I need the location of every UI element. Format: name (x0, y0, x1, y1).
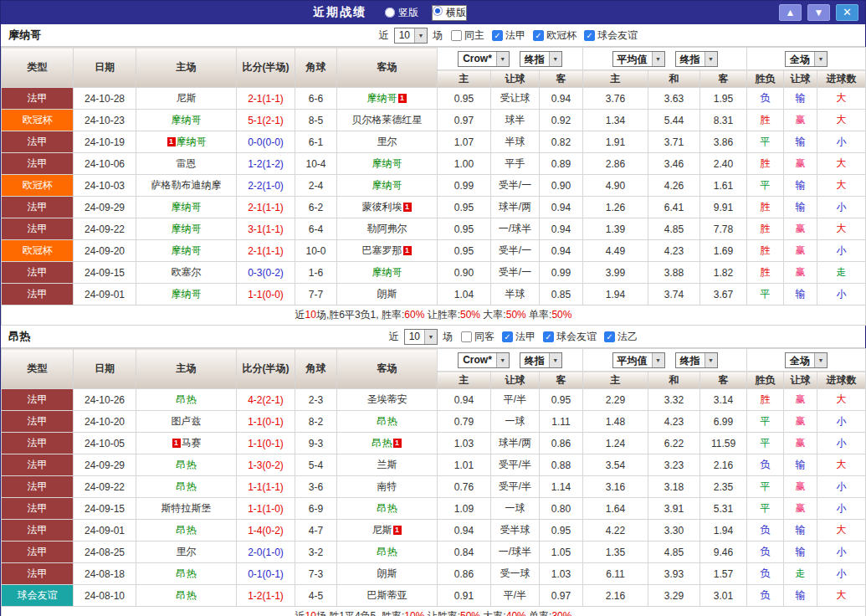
checkbox-icon[interactable]: ✓ (543, 331, 554, 342)
red-card-icon: 1 (403, 203, 412, 212)
euro-draw-odds: 4.85 (648, 542, 700, 563)
team-name: 摩纳哥 (177, 136, 207, 147)
scope-select[interactable]: 全场▼ (785, 352, 828, 368)
scroll-down-button[interactable]: ▼ (807, 4, 830, 21)
summary-text: 近10场,胜1平4负5, 胜率:10% 让胜率:50% 大率:40% 单率:30… (2, 607, 866, 616)
match-date: 24-08-10 (74, 585, 136, 607)
home-team: 摩纳哥 (136, 284, 237, 305)
scope-controls: 全场▼ (747, 349, 866, 372)
checkbox-icon[interactable] (461, 331, 472, 342)
euro-average-select[interactable]: 平均值▼ (612, 51, 665, 67)
result-outcome: 胜 (747, 110, 784, 131)
home-team: 昂热 (136, 520, 237, 542)
close-button[interactable]: ✕ (836, 4, 858, 21)
handicap-outcome: 赢 (784, 262, 817, 284)
bookmaker-select[interactable]: Crow*▼ (458, 352, 510, 368)
handicap-outcome: 输 (784, 520, 817, 542)
checkbox-label: 同客 (474, 330, 494, 344)
results-body: 法甲24-10-28尼斯2-1(1-1)6-6摩纳哥10.95受让球0.943.… (2, 88, 866, 305)
asia-away-odds: 0.86 (540, 433, 583, 454)
score: 5-1(2-1) (237, 110, 295, 131)
checkbox-icon[interactable]: ✓ (502, 331, 513, 342)
scope-select[interactable]: 全场▼ (785, 51, 828, 67)
match-count-select[interactable]: 10 ▼ (394, 28, 428, 44)
euro-index-select[interactable]: 终指▼ (675, 352, 718, 368)
asia-handicap: 半球 (491, 131, 540, 153)
team-name: 贝尔格莱德红星 (352, 114, 423, 126)
league-type: 球会友谊 (2, 585, 74, 607)
bookmaker-select[interactable]: Crow*▼ (458, 51, 510, 67)
euro-average-select[interactable]: 平均值▼ (612, 352, 665, 368)
filter-checkbox[interactable]: ✓球会友谊 (543, 330, 597, 344)
asia-home-odds: 1.09 (438, 498, 491, 520)
filter-checkbox[interactable]: ✓法乙 (604, 330, 638, 344)
col-header-home: 主场 (136, 349, 237, 389)
euro-home-odds: 1.39 (583, 218, 648, 240)
home-team: 雷恩 (136, 153, 237, 175)
handicap-outcome: 赢 (784, 498, 817, 520)
asia-away-odds: 0.88 (540, 454, 583, 476)
col-header-date: 日期 (74, 48, 136, 88)
euro-away-odds: 8.31 (700, 110, 747, 131)
filter-checkbox[interactable]: ✓球会友谊 (584, 28, 638, 43)
home-team: 尼斯 (136, 88, 237, 110)
result-outcome: 平 (747, 498, 784, 520)
filter-checkbox[interactable]: ✓法甲 (502, 330, 535, 344)
asia-handicap: 平/半 (491, 389, 540, 411)
filter-checkboxes: 同主✓法甲✓欧冠杯✓球会友谊 (451, 28, 638, 43)
checkbox-icon[interactable]: ✓ (604, 331, 615, 342)
chevron-down-icon: ▼ (814, 353, 827, 367)
filter-checkbox[interactable]: ✓法甲 (492, 28, 525, 43)
away-team: 昂热 (337, 542, 438, 563)
euro-home-odds: 2.86 (583, 153, 648, 175)
summary-segment: 50% (460, 309, 480, 321)
checkbox-icon[interactable]: ✓ (584, 30, 595, 41)
asia-home-odds: 1.00 (438, 153, 491, 175)
team-name: 昂热 (177, 480, 197, 492)
score: 1-1(0-1) (237, 433, 295, 454)
asia-home-odds: 0.97 (438, 110, 491, 131)
asia-away-odds: 0.97 (540, 585, 583, 607)
euro-draw-odds: 5.44 (648, 110, 700, 131)
match-date: 24-10-06 (74, 153, 136, 175)
checkbox-icon[interactable]: ✓ (492, 30, 503, 41)
away-team: 圣埃蒂安 (337, 389, 438, 411)
corners: 3-2 (295, 542, 337, 563)
checkbox-icon[interactable]: ✓ (533, 30, 544, 41)
match-count-select[interactable]: 10 ▼ (404, 329, 438, 345)
filter-checkbox[interactable]: 同客 (461, 330, 494, 344)
radio-icon (385, 8, 395, 18)
league-type: 法甲 (2, 88, 74, 110)
checkbox-icon[interactable] (451, 30, 462, 41)
layout-radio[interactable]: 横版 (432, 5, 467, 21)
home-team: 图卢兹 (136, 411, 237, 433)
euro-home-odds: 4.22 (583, 520, 648, 542)
asia-home-odds: 0.95 (438, 218, 491, 240)
euro-home-odds: 3.99 (583, 262, 648, 284)
handicap-outcome: 输 (784, 284, 817, 305)
match-date: 24-08-25 (74, 542, 136, 563)
results-body: 法甲24-10-26昂热4-2(2-1)2-3圣埃蒂安0.94平/半0.952.… (2, 389, 866, 607)
league-type: 法甲 (2, 454, 74, 476)
filter-checkbox[interactable]: 同主 (451, 28, 484, 43)
team-name: 摩纳哥 (172, 114, 202, 126)
team-name: 昂热 (372, 437, 392, 449)
match-row: 法甲24-09-15欧塞尔0-3(0-2)1-6摩纳哥0.90受半/一0.993… (2, 262, 866, 284)
asia-index-select[interactable]: 终指▼ (520, 51, 562, 67)
asia-index-select[interactable]: 终指▼ (520, 352, 562, 368)
match-row: 法甲24-08-18昂热0-1(0-1)7-3朗斯0.86受一球1.036.11… (2, 563, 866, 585)
chevron-down-icon: ▼ (424, 330, 437, 344)
radio-label: 横版 (446, 6, 466, 20)
handicap-outcome: 走 (784, 563, 817, 585)
scroll-up-button[interactable]: ▲ (779, 4, 802, 21)
asia-home-odds: 0.91 (438, 585, 491, 607)
euro-index-select[interactable]: 终指▼ (675, 51, 718, 67)
euro-away-odds: 1.69 (700, 240, 747, 262)
team-name: 摩纳哥 (172, 244, 202, 256)
league-type: 法甲 (2, 389, 74, 411)
asia-away-odds: 1.11 (540, 411, 583, 433)
layout-radio[interactable]: 竖版 (385, 5, 418, 21)
filter-checkbox[interactable]: ✓欧冠杯 (533, 28, 576, 43)
match-row: 法甲24-09-22摩纳哥3-1(1-1)6-4勒阿弗尔0.95一/球半0.94… (2, 218, 866, 240)
euro-away-odds: 3.67 (700, 284, 747, 305)
